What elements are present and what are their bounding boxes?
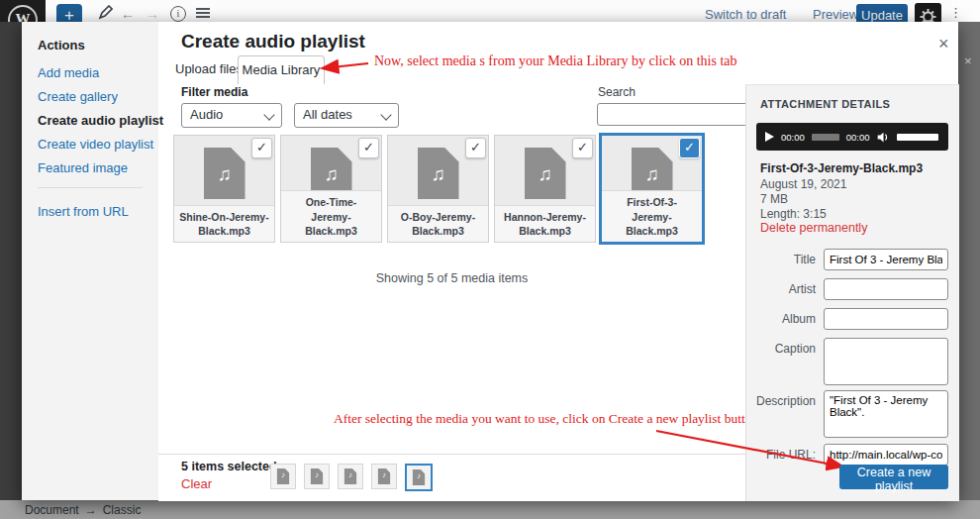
media-modal: Actions Add media Create gallery Create … (22, 22, 958, 500)
breadcrumb-arrow-icon: → (85, 503, 97, 517)
elapsed-time: 00:00 (781, 132, 805, 143)
media-item-filename: O-Boy-Jeremy-Black.mp3 (388, 205, 488, 242)
sidebar-divider (38, 187, 143, 188)
delete-permanently-link[interactable]: Delete permanently (760, 221, 867, 235)
gear-icon (915, 3, 941, 22)
selection-thumbnail[interactable]: ♪ (270, 464, 296, 489)
audio-file-icon: ♪ (413, 469, 426, 485)
sidebar-item-create-audio-playlist[interactable]: Create audio playlist (38, 113, 163, 128)
description-field[interactable]: "First Of 3 - Jeremy Black". (824, 390, 948, 438)
backdrop-left (0, 22, 22, 500)
actions-sidebar: Actions Add media Create gallery Create … (22, 22, 158, 500)
title-label: Title (746, 253, 816, 266)
add-block-button[interactable]: + (56, 4, 82, 22)
edit-pencil-icon[interactable] (98, 5, 113, 20)
wordpress-logo-block: W (0, 0, 46, 22)
audio-file-icon: ♪ (344, 468, 357, 484)
backdrop-right: × (958, 22, 980, 500)
title-field[interactable] (824, 249, 948, 270)
audio-file-icon: ♪ (378, 468, 391, 484)
undo-icon[interactable]: ← (121, 6, 135, 22)
attachment-date: August 19, 2021 (760, 177, 846, 191)
media-type-select[interactable]: Audio (181, 103, 282, 128)
breadcrumb: Document→Classic (25, 503, 147, 517)
media-item[interactable]: ♫ One-Time-Jeremy-Black.mp3 ✓ (280, 135, 382, 243)
selection-thumbnail[interactable]: ♪ (304, 464, 330, 489)
file-url-label: File URL: (746, 448, 816, 462)
annotation-tab-note: Now, select media s from your Media Libr… (374, 53, 737, 69)
switch-to-draft-link[interactable]: Switch to draft (705, 7, 786, 22)
close-icon[interactable]: × (932, 32, 955, 56)
audio-file-icon: ♫ (204, 148, 245, 199)
attachment-filename: First-Of-3-Jeremy-Black.mp3 (760, 161, 923, 175)
caption-field[interactable] (824, 338, 948, 385)
audio-player: 00:00 00:00 (756, 123, 948, 151)
preview-link[interactable]: Preview (813, 7, 858, 22)
media-item-filename: Hannon-Jeremy-Black.mp3 (495, 205, 595, 242)
description-label: Description (746, 394, 816, 408)
media-item[interactable]: ♫ Shine-On-Jeremy-Black.mp3 ✓ (173, 135, 275, 243)
background-dismiss-icon[interactable]: × (964, 53, 972, 68)
editor-top-bar: W + ← → i Switch to draft Preview Update… (0, 0, 980, 22)
selection-thumbnail[interactable]: ♪ (371, 464, 397, 489)
search-label: Search (598, 85, 636, 99)
redo-icon[interactable]: → (146, 6, 159, 22)
media-item-filename: One-Time-Jeremy-Black.mp3 (281, 190, 381, 242)
wordpress-logo[interactable]: W (8, 5, 38, 22)
options-kebab-icon[interactable]: ⋮ (949, 5, 962, 20)
arrow-to-media-library-tab (323, 63, 368, 68)
attachment-details-heading: ATTACHMENT DETAILS (760, 98, 890, 110)
search-input[interactable] (597, 103, 749, 126)
selection-thumbnail[interactable]: ♪ (338, 464, 363, 489)
artist-field[interactable] (824, 278, 948, 300)
volume-icon[interactable] (877, 132, 890, 143)
seek-slider[interactable] (812, 134, 839, 141)
media-item-selected[interactable]: ♫ First-Of-3-Jeremy-Black.mp3 ✓ (601, 135, 703, 243)
audio-file-icon: ♫ (525, 148, 566, 199)
modal-title: Create audio playlist (181, 31, 365, 52)
item-checkbox[interactable]: ✓ (465, 138, 486, 158)
date-filter-select[interactable]: All dates (294, 103, 399, 128)
filter-media-label: Filter media (181, 85, 247, 99)
media-item[interactable]: ♫ Hannon-Jeremy-Black.mp3 ✓ (494, 135, 596, 243)
tab-media-library[interactable]: Media Library (238, 55, 325, 84)
tab-upload-files[interactable]: Upload files (175, 55, 243, 83)
selection-thumbnail-active[interactable]: ♪ (405, 464, 433, 491)
item-checkbox-checked[interactable]: ✓ (679, 138, 700, 158)
artist-label: Artist (746, 282, 816, 296)
sidebar-item-insert-from-url[interactable]: Insert from URL (38, 204, 129, 219)
volume-slider[interactable] (897, 134, 938, 141)
sidebar-item-create-video-playlist[interactable]: Create video playlist (38, 137, 153, 152)
caption-label: Caption (746, 342, 816, 356)
clear-selection-link[interactable]: Clear (181, 476, 212, 491)
items-selected-text: 5 items selected (181, 460, 277, 473)
breadcrumb-document[interactable]: Document (25, 503, 79, 517)
item-checkbox[interactable]: ✓ (358, 138, 379, 158)
create-playlist-button[interactable]: Create a new playlist (839, 465, 948, 489)
info-icon[interactable]: i (170, 6, 186, 22)
attachment-length: Length: 3:15 (760, 207, 827, 221)
audio-file-icon: ♪ (277, 468, 290, 484)
file-url-field[interactable] (824, 444, 948, 466)
settings-button[interactable] (915, 3, 941, 22)
audio-file-icon: ♪ (311, 468, 324, 484)
editor-status-bar: Document→Classic (0, 500, 980, 519)
date-filter-value: All dates (303, 107, 352, 122)
play-icon[interactable] (765, 132, 774, 142)
item-checkbox[interactable]: ✓ (572, 138, 593, 158)
sidebar-item-featured-image[interactable]: Featured image (38, 160, 128, 175)
chevron-down-icon (380, 109, 391, 120)
list-view-icon[interactable] (196, 8, 210, 18)
sidebar-item-add-media[interactable]: Add media (38, 65, 99, 80)
audio-file-icon: ♫ (418, 148, 459, 199)
breadcrumb-classic[interactable]: Classic (103, 503, 142, 517)
media-type-value: Audio (190, 107, 223, 122)
sidebar-item-create-gallery[interactable]: Create gallery (38, 89, 118, 104)
album-label: Album (746, 312, 816, 326)
media-item[interactable]: ♫ O-Boy-Jeremy-Black.mp3 ✓ (387, 135, 489, 243)
item-checkbox[interactable]: ✓ (251, 138, 272, 158)
update-button[interactable]: Update (856, 4, 908, 22)
album-field[interactable] (824, 308, 948, 330)
showing-count-text: Showing 5 of 5 media items (158, 271, 745, 285)
annotation-button-note: After selecting the media you want to us… (334, 411, 758, 427)
